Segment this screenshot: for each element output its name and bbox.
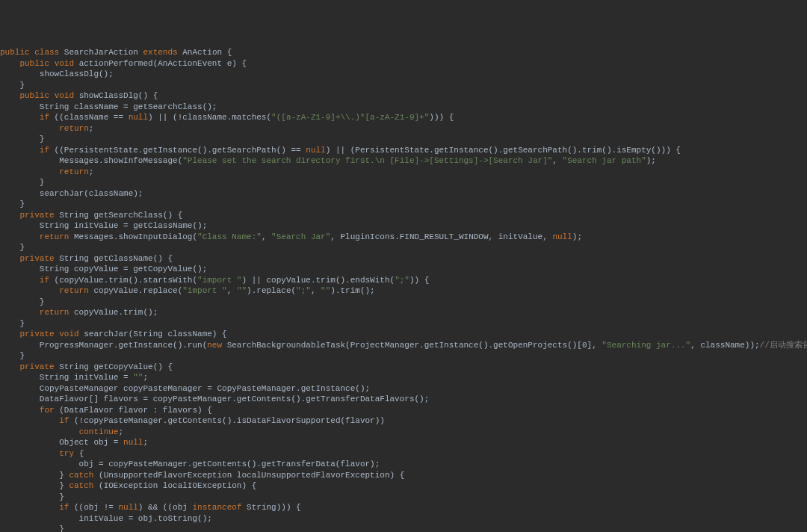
code-line: private String getSearchClass() { <box>0 210 807 221</box>
code-line: public void actionPerformed(AnActionEven… <box>0 58 807 69</box>
code-line: String initValue = ""; <box>0 372 807 383</box>
code-line: } <box>0 492 807 503</box>
code-line: } <box>0 242 807 253</box>
code-line: } <box>0 297 807 308</box>
code-line: CopyPasteManager copyPasteManager = Copy… <box>0 383 807 395</box>
code-line: return Messages.showInputDialog("Class N… <box>0 232 807 243</box>
code-line: String copyValue = getCopyValue(); <box>0 264 807 275</box>
code-line: initValue = obj.toString(); <box>0 513 807 525</box>
code-line: if (!copyPasteManager.getContents().isDa… <box>0 415 807 427</box>
code-line: searchJar(className); <box>0 188 807 200</box>
code-line: } <box>0 199 807 210</box>
code-line: private String getCopyValue() { <box>0 362 807 373</box>
code-line: if (copyValue.trim().startsWith("import … <box>0 275 807 286</box>
code-line: } <box>0 350 807 362</box>
code-line: return copyValue.replace("import ", "").… <box>0 285 807 297</box>
code-line: return; <box>0 123 807 134</box>
code-line: DataFlavor[] flavors = copyPasteManager.… <box>0 394 807 405</box>
code-line: public class SearchJarAction extends AnA… <box>0 47 807 58</box>
code-line: } catch (IOException localIOException) { <box>0 480 807 492</box>
code-line: continue; <box>0 427 807 438</box>
code-editor[interactable]: public class SearchJarAction extends AnA… <box>0 43 807 532</box>
code-line: Messages.showInfoMessage("Please set the… <box>0 155 807 167</box>
code-line: } <box>0 134 807 145</box>
code-line: public void showClassDlg() { <box>0 90 807 102</box>
code-line: if ((obj != null) && ((obj instanceof St… <box>0 502 807 513</box>
code-line: for (DataFlavor flavor : flavors) { <box>0 405 807 416</box>
code-line: } <box>0 80 807 91</box>
code-line: return; <box>0 167 807 178</box>
code-line: } catch (UnsupportedFlavorException loca… <box>0 470 807 481</box>
code-line: String className = getSearchClass(); <box>0 102 807 113</box>
code-line: Object obj = null; <box>0 437 807 448</box>
code-line: private String getClassName() { <box>0 253 807 265</box>
code-line: ProgressManager.getInstance().run(new Se… <box>0 340 807 351</box>
code-line: obj = copyPasteManager.getContents().get… <box>0 459 807 470</box>
code-line: if ((PersistentState.getInstance().getSe… <box>0 145 807 156</box>
code-line: } <box>0 177 807 188</box>
code-line: private void searchJar(String className)… <box>0 329 807 340</box>
code-line: } <box>0 318 807 330</box>
code-line: String initValue = getClassName(); <box>0 220 807 232</box>
code-line: if ((className == null) || (!className.m… <box>0 112 807 123</box>
code-line: try { <box>0 448 807 460</box>
code-line: showClassDlg(); <box>0 69 807 80</box>
code-line: } <box>0 524 807 532</box>
code-line: return copyValue.trim(); <box>0 307 807 318</box>
